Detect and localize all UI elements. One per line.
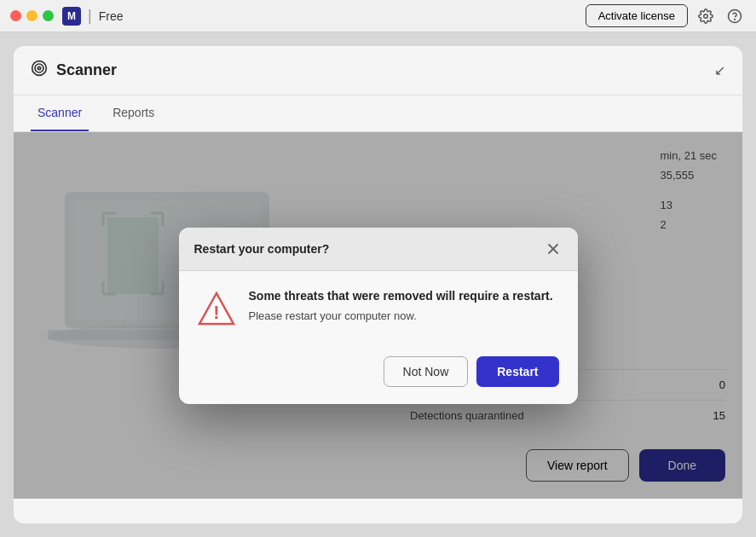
close-button[interactable]	[10, 10, 21, 21]
collapse-icon[interactable]: ↙	[714, 62, 725, 78]
app-brand: M | Free	[62, 7, 123, 26]
main-content: Scanner ↙ Scanner Reports	[0, 32, 756, 537]
svg-point-0	[704, 14, 708, 18]
scanner-card: Scanner ↙ Scanner Reports	[14, 46, 742, 523]
restart-button[interactable]: Restart	[476, 356, 558, 387]
target-icon	[31, 60, 48, 77]
brand-logo: M	[62, 7, 81, 26]
dialog-message: Some threats that were removed will requ…	[249, 288, 553, 323]
tab-scanner[interactable]: Scanner	[31, 95, 89, 131]
tab-reports[interactable]: Reports	[106, 95, 161, 131]
help-icon	[727, 9, 742, 24]
scanner-page-title: Scanner	[56, 61, 117, 79]
activate-license-button[interactable]: Activate license	[586, 4, 688, 27]
title-bar: M | Free Activate license	[0, 0, 756, 32]
gear-icon	[698, 9, 713, 24]
modal-overlay: Restart your computer? !	[14, 132, 742, 499]
traffic-lights	[10, 10, 54, 21]
svg-point-4	[35, 64, 43, 72]
scanner-title-group: Scanner	[31, 60, 117, 81]
tabs: Scanner Reports	[14, 95, 742, 132]
dialog-message-body: Please restart your computer now.	[249, 309, 553, 322]
restart-dialog: Restart your computer? !	[179, 228, 578, 404]
title-bar-actions: Activate license	[586, 4, 746, 27]
close-icon	[548, 244, 558, 254]
dialog-footer: Not Now Restart	[179, 344, 578, 404]
maximize-button[interactable]	[43, 10, 54, 21]
help-button[interactable]	[724, 5, 746, 27]
dialog-close-button[interactable]	[544, 240, 563, 258]
warning-icon: !	[198, 290, 235, 327]
brand-divider: |	[88, 7, 92, 25]
settings-button[interactable]	[695, 5, 717, 27]
svg-point-5	[38, 66, 40, 69]
scanner-icon	[31, 60, 48, 81]
dialog-body: ! Some threats that were removed will re…	[179, 271, 578, 344]
brand-tier: Free	[99, 9, 124, 23]
minimize-button[interactable]	[26, 10, 38, 21]
scanner-header: Scanner ↙	[14, 46, 742, 95]
svg-text:!: !	[213, 302, 219, 323]
dialog-title: Restart your computer?	[194, 242, 330, 256]
scanner-body: min, 21 sec 35,555 13 2 Detections ignor…	[14, 132, 742, 499]
not-now-button[interactable]: Not Now	[384, 356, 469, 387]
dialog-message-heading: Some threats that were removed will requ…	[249, 288, 553, 305]
dialog-titlebar: Restart your computer?	[179, 228, 578, 271]
